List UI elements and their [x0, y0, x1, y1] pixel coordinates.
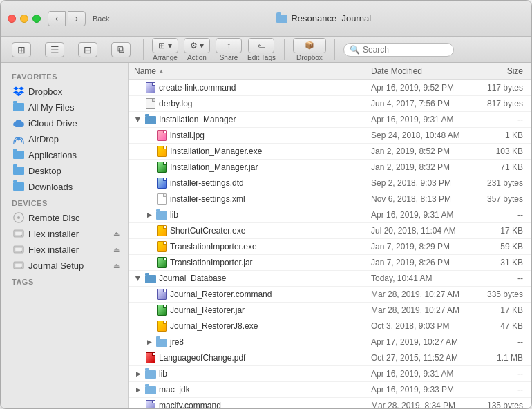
titlebar-center: Resonance_Journal [123, 13, 524, 23]
search-box[interactable]: 🔍 [343, 43, 454, 57]
file-name: install.jpg [170, 131, 205, 140]
col-date-label: Date Modified [371, 66, 422, 76]
expand-arrow[interactable]: ▶ [134, 370, 142, 378]
file-name: TranslationImporter.jar [170, 258, 253, 267]
svg-rect-9 [15, 232, 22, 235]
table-row[interactable]: Installation_Manager.exe Jan 2, 2019, 8:… [129, 144, 531, 160]
sidebar-item-label-applications: Applications [28, 150, 77, 160]
sidebar-item-applications[interactable]: Applications [3, 147, 125, 162]
action-icon[interactable]: ⚙ ▾ [184, 38, 210, 53]
view-icon-cover[interactable]: ⧉ [107, 42, 135, 57]
file-date: Jun 4, 2017, 7:56 PM [365, 97, 476, 110]
sidebar-item-remote-disc[interactable]: Remote Disc [3, 210, 125, 225]
table-row[interactable]: derby.log Jun 4, 2017, 7:56 PM 817 bytes [129, 96, 531, 112]
arrange-icon[interactable]: ⊞ ▾ [152, 38, 178, 53]
sidebar-item-label-journal-setup: Journal Setup [28, 260, 84, 271]
file-date: Jul 20, 2018, 11:04 AM [365, 225, 476, 237]
file-type-icon [156, 225, 167, 236]
file-date: Sep 24, 2018, 10:48 AM [365, 129, 476, 142]
table-row[interactable]: ▶ lib Apr 16, 2019, 9:31 AM -- [129, 366, 531, 382]
folder-icon [276, 15, 287, 23]
table-row[interactable]: create-link.command Apr 16, 2019, 9:52 P… [129, 80, 531, 96]
file-type-icon [156, 336, 167, 348]
view-icon-list[interactable]: ☰ [41, 42, 68, 57]
table-row[interactable]: TranslationImporter.exe Jan 7, 2019, 8:2… [129, 239, 531, 255]
sidebar-item-airdrop[interactable]: AirDrop [3, 131, 125, 146]
table-row[interactable]: ShortCutCreater.exe Jul 20, 2018, 11:04 … [129, 223, 531, 239]
svg-point-10 [21, 235, 22, 236]
eject-icon-2[interactable]: ⏏ [113, 246, 120, 254]
table-row[interactable]: macify.command Mar 28, 2019, 8:34 PM 135… [129, 398, 531, 408]
file-name: mac_jdk [159, 385, 190, 394]
col-name[interactable]: Name ▲ [129, 65, 365, 77]
expand-arrow[interactable]: ▶ [145, 338, 153, 346]
col-size[interactable]: Size [476, 65, 531, 77]
sidebar-item-flex-installer-1[interactable]: Flex installer ⏏ [3, 226, 125, 241]
file-type-icon [156, 289, 167, 300]
file-type-icon [145, 98, 156, 109]
file-name: installer-settings.dtd [170, 178, 244, 188]
expand-arrow[interactable]: ▶ [145, 211, 153, 219]
table-row[interactable]: Journal_Restorer.jar Mar 28, 2019, 10:27… [129, 303, 531, 318]
file-name-cell: install.jpg [129, 129, 365, 142]
table-row[interactable]: Journal_Restorer.command Mar 28, 2019, 1… [129, 287, 531, 303]
file-name-cell: ▶ jre8 [129, 335, 365, 349]
table-row[interactable]: install.jpg Sep 24, 2018, 10:48 AM 1 KB [129, 128, 531, 144]
col-date[interactable]: Date Modified [365, 65, 476, 77]
table-row[interactable]: installer-settings.xml Nov 6, 2018, 8:13… [129, 191, 531, 207]
file-size: 335 bytes [476, 288, 531, 301]
file-name: Journal_RestorerJ8.exe [170, 321, 258, 331]
table-row[interactable]: ▶ jre8 Apr 17, 2019, 10:27 AM -- [129, 334, 531, 350]
main-content: Favorites Dropbox All My Files [1, 63, 531, 408]
search-icon: 🔍 [350, 45, 360, 55]
sidebar-item-journal-setup[interactable]: Journal Setup ⏏ [3, 258, 125, 273]
finder-window: ‹ › Back Resonance_Journal ⊞ ☰ ⊟ ⧉ ⊞ ▾ A… [0, 0, 532, 409]
sidebar-item-all-my-files[interactable]: All My Files [3, 99, 125, 115]
list-icon: ☰ [45, 42, 64, 57]
edit-tags-icon[interactable]: 🏷 [248, 38, 274, 53]
eject-icon-1[interactable]: ⏏ [113, 230, 120, 238]
sidebar-item-desktop[interactable]: Desktop [3, 163, 125, 178]
table-row[interactable]: installer-settings.dtd Sep 2, 2018, 9:03… [129, 175, 531, 191]
svg-point-13 [21, 251, 22, 252]
close-button[interactable] [8, 15, 16, 23]
table-row[interactable]: ▶ lib Apr 16, 2019, 9:31 AM -- [129, 207, 531, 223]
sidebar-item-icloud-drive[interactable]: iCloud Drive [3, 115, 125, 131]
file-date: Oct 27, 2015, 11:52 AM [365, 352, 476, 364]
table-row[interactable]: LanguageofChange.pdf Oct 27, 2015, 11:52… [129, 350, 531, 366]
table-row[interactable]: ▶ Installation_Manager Apr 16, 2019, 9:3… [129, 112, 531, 128]
share-icon[interactable]: ↑ [216, 38, 242, 53]
file-name-cell: Journal_Restorer.jar [129, 303, 365, 317]
file-date: Sep 2, 2018, 9:03 PM [365, 177, 476, 189]
table-row[interactable]: TranslationImporter.jar Jan 7, 2019, 8:2… [129, 255, 531, 271]
file-size: 117 bytes [476, 82, 531, 94]
sidebar-item-downloads[interactable]: Downloads [3, 179, 125, 194]
expand-arrow[interactable]: ▶ [134, 386, 142, 394]
sidebar-item-dropbox[interactable]: Dropbox [3, 84, 125, 99]
dropbox-icon[interactable]: 📦 [293, 38, 326, 53]
view-icon-columns[interactable]: ⊟ [74, 42, 102, 57]
table-row[interactable]: Installation_Manager.jar Jan 2, 2019, 8:… [129, 160, 531, 175]
sidebar-item-flex-installer-2[interactable]: Flex installer ⏏ [3, 242, 125, 257]
file-name-cell: Journal_Restorer.command [129, 287, 365, 301]
file-size: -- [476, 368, 531, 380]
view-icon-grid[interactable]: ⊞ [8, 42, 35, 57]
table-row[interactable]: Journal_RestorerJ8.exe Oct 3, 2018, 9:03… [129, 318, 531, 334]
file-size: -- [476, 336, 531, 348]
minimize-button[interactable] [20, 15, 28, 23]
file-name-cell: ▶ lib [129, 367, 365, 381]
search-input[interactable] [363, 45, 453, 55]
file-name: macify.command [159, 401, 221, 408]
file-name-cell: ▶ mac_jdk [129, 383, 365, 397]
back-button[interactable]: ‹ [48, 11, 66, 26]
sidebar-item-label-desktop: Desktop [28, 166, 61, 176]
titlebar: ‹ › Back Resonance_Journal [1, 1, 531, 37]
table-row[interactable]: ▶ mac_jdk Apr 16, 2019, 9:33 PM -- [129, 382, 531, 398]
forward-button[interactable]: › [68, 11, 86, 26]
expand-arrow[interactable]: ▶ [134, 115, 142, 124]
file-name-cell: Journal_RestorerJ8.exe [129, 319, 365, 333]
expand-arrow[interactable]: ▶ [134, 274, 142, 283]
eject-icon-3[interactable]: ⏏ [113, 262, 120, 269]
maximize-button[interactable] [32, 15, 41, 23]
table-row[interactable]: ▶ Journal_Database Today, 10:41 AM -- [129, 271, 531, 287]
